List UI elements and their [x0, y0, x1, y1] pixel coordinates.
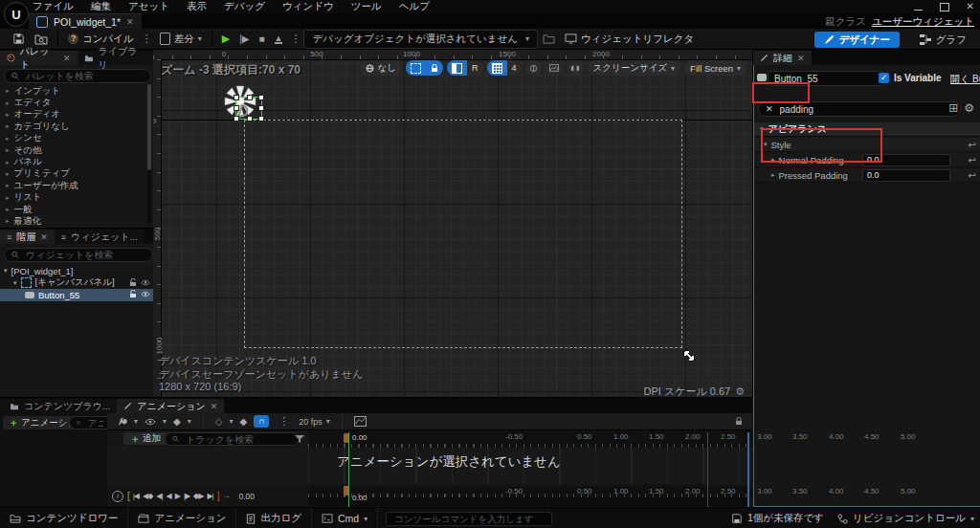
palette-category-optimization[interactable]: ▸最適化 [0, 215, 144, 227]
anchor-display-toggle[interactable] [447, 60, 467, 76]
palette-category-misc[interactable]: ▸その他 [0, 144, 144, 156]
hierarchy-search-input[interactable] [24, 249, 145, 261]
menu-asset[interactable]: アセット [128, 0, 169, 13]
maximize-button[interactable] [940, 3, 949, 11]
stop-button[interactable]: ■ [255, 32, 270, 46]
snap-options-icon[interactable]: ⋮ [276, 415, 292, 428]
details-search[interactable]: ✕ [758, 101, 961, 117]
property-matrix-icon[interactable]: ⊞ [948, 101, 958, 115]
normal-padding-input[interactable]: 0.0 [862, 154, 950, 166]
tree-node-button55[interactable]: Button_55 [0, 289, 153, 301]
resize-handle-e[interactable] [258, 105, 264, 111]
details-settings-gear-icon[interactable]: ⚙ [964, 101, 974, 115]
palette-category-input[interactable]: ▸インプット [0, 85, 144, 97]
palette-search[interactable] [4, 69, 151, 83]
is-variable-checkbox[interactable]: ✓ [879, 73, 889, 83]
output-log-button[interactable]: 出力ログ [236, 508, 312, 528]
step-forward-button[interactable]: |▶ [184, 492, 189, 500]
revert-pressed-padding-icon[interactable]: ↩ [969, 170, 976, 181]
tree-node-root[interactable]: ▾ [POI_widget_1] [0, 265, 153, 277]
details-tab-close-icon[interactable]: ✕ [797, 54, 805, 63]
palette-category-common[interactable]: ▸一般 [0, 204, 144, 215]
palette-category-panel[interactable]: ▸パネル [0, 156, 144, 167]
fps-dropdown[interactable]: 20 fps ▾ [299, 417, 330, 427]
tab-library[interactable]: ライブラリ [78, 51, 153, 65]
dpi-scale-control[interactable]: DPI スケール 0.67 ⚙ [643, 385, 745, 397]
widget-reflector-button[interactable]: ウィジェットリフレクタ [560, 31, 699, 48]
tab-widget-list[interactable]: ≡ ウィジェット... [55, 230, 145, 244]
timeline-range-scrollbar[interactable] [308, 497, 750, 506]
unsaved-assets-button[interactable]: 1個が未保存です [731, 512, 824, 525]
timeline-ruler-bottom[interactable]: -0.50 0.50 1.00 1.50 2.00 2.50 3.00 3.50… [308, 486, 752, 497]
gear-icon[interactable]: ⚙ [735, 385, 745, 397]
menu-window[interactable]: ウィンドウ [282, 0, 334, 13]
palette-category-synth[interactable]: ▸シンセ [0, 133, 144, 144]
resize-handle-w[interactable] [234, 105, 239, 111]
unlock-icon[interactable] [129, 278, 137, 287]
menu-file[interactable]: ファイル [33, 0, 74, 13]
curve-editor-icon[interactable] [354, 416, 367, 427]
cursor-preview-button[interactable] [525, 60, 542, 76]
menu-edit[interactable]: 編集 [91, 0, 111, 13]
timeline-right-bracket[interactable] [747, 432, 749, 508]
resize-handle-s[interactable] [247, 116, 253, 121]
responsive-toggle[interactable]: R [467, 60, 483, 76]
tab-animations[interactable]: アニメーション ✕ [117, 399, 224, 413]
to-end-button[interactable]: ▶| [207, 492, 212, 500]
view-options-eye-icon[interactable] [145, 418, 156, 426]
menu-debug[interactable]: デバッグ [224, 0, 265, 13]
details-search-input[interactable] [778, 103, 953, 116]
track-search[interactable] [165, 432, 300, 446]
play-button[interactable]: ▶ [217, 31, 234, 47]
close-window-button[interactable]: ✕ [967, 2, 974, 11]
clear-search-icon[interactable]: ✕ [766, 104, 773, 114]
info-icon[interactable]: i [112, 491, 123, 502]
palette-category-user-created[interactable]: ▸ユーザーが作成 [0, 180, 144, 191]
console-command-field[interactable] [386, 512, 552, 526]
grid-snap-size[interactable]: 4 [507, 60, 522, 76]
selection-box[interactable] [235, 97, 262, 120]
preview-background-button[interactable] [546, 60, 563, 76]
keyframe-options-icon[interactable]: ◇ [215, 416, 223, 427]
object-name-field[interactable]: Button_55 [768, 71, 884, 86]
pressed-padding-row[interactable]: ▸ Pressed Padding 0.0 ↩ [754, 168, 980, 183]
palette-scrollbar[interactable] [147, 84, 151, 224]
snap-magnet-toggle[interactable]: ∩ [254, 415, 269, 428]
visibility-eye-icon[interactable] [141, 291, 150, 297]
menu-tools[interactable]: ツール [351, 0, 382, 13]
selection-outline-toggle[interactable] [406, 60, 426, 76]
tab-details[interactable]: 詳細 ✕ [753, 51, 812, 65]
flip-direction-button[interactable] [567, 60, 584, 76]
palette-tab-close-icon[interactable]: ✕ [63, 54, 71, 63]
playhead-marker-bottom[interactable] [344, 486, 348, 495]
step-back-button[interactable]: ◀| [156, 492, 162, 500]
content-drawer-button[interactable]: コンテンツドロワー [0, 508, 128, 528]
hierarchy-tab-close-icon[interactable]: ✕ [40, 232, 48, 242]
palette-category-editor[interactable]: ▸エディタ [0, 97, 144, 108]
designer-canvas[interactable]: 0 500 1000 1500 2000 0 500 1000 ズーム -3 選… [153, 50, 753, 397]
tab-palette[interactable]: パレット ✕ [0, 51, 78, 65]
filter-funnel-icon[interactable] [295, 435, 304, 443]
screen-size-dropdown[interactable]: スクリーンサイズ ▾ [588, 60, 681, 76]
debug-object-dropdown[interactable]: デバッグオブジェクトが選択されていません ▾ [303, 30, 537, 49]
open-button-class-link[interactable]: 開く Button [950, 73, 980, 86]
menu-help[interactable]: ヘルプ [399, 0, 430, 13]
playhead-marker-top[interactable] [344, 433, 348, 443]
lock-widgets-toggle[interactable] [426, 60, 443, 76]
current-time-display[interactable]: 0.00 [238, 492, 255, 501]
tree-node-canvas-panel[interactable]: ▾ [キャンバスパネル] [0, 277, 153, 290]
revert-normal-padding-icon[interactable]: ↩ [969, 155, 976, 165]
palette-category-audio[interactable]: ▸オーディオ [0, 109, 144, 121]
revert-style-icon[interactable]: ↩ [969, 140, 976, 150]
timeline-track-area[interactable]: アニメーションが選択されていません [107, 448, 752, 484]
pressed-padding-input[interactable]: 0.0 [862, 169, 950, 182]
add-track-button[interactable]: ＋ 追加 [123, 432, 167, 445]
designer-mode-button[interactable]: デザイナー [814, 32, 900, 48]
palette-search-input[interactable] [24, 70, 144, 82]
track-search-input[interactable] [184, 433, 292, 446]
playback-options-icon[interactable]: ◆ [173, 416, 181, 427]
loop-mode-button[interactable]: → [222, 492, 229, 500]
minimize-button[interactable] [914, 10, 923, 11]
appearance-category-header[interactable]: ▾ アピアランス [754, 122, 980, 137]
tab-close-icon[interactable]: ✕ [126, 17, 134, 27]
